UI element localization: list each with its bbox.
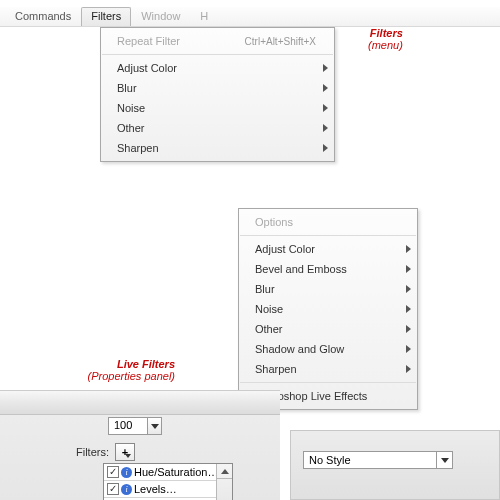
chevron-down-icon[interactable] [436,452,452,468]
filter-row-levels[interactable]: i Levels… [104,481,232,498]
menu-bar: Commands Filters Window H [0,7,500,27]
filter-row-hue[interactable]: i Hue/Saturation… [104,464,232,481]
live-blur[interactable]: Blur [239,279,417,299]
menu-help[interactable]: H [190,7,218,26]
opacity-input[interactable]: 100 [108,417,148,435]
filters-blur[interactable]: Blur [101,78,334,98]
filters-repeat-item: Repeat Filter Ctrl+Alt+Shift+X [101,31,334,51]
live-sharpen[interactable]: Sharpen [239,359,417,379]
style-value: No Style [309,454,351,466]
chevron-right-icon [323,144,328,152]
live-shadow[interactable]: Shadow and Glow [239,339,417,359]
filters-dropdown: Repeat Filter Ctrl+Alt+Shift+X Adjust Co… [100,27,335,162]
separator [240,382,416,383]
live-adjustcolor[interactable]: Adjust Color [239,239,417,259]
live-other[interactable]: Other [239,319,417,339]
chevron-right-icon [323,104,328,112]
chevron-right-icon [323,64,328,72]
chevron-right-icon [406,325,411,333]
chevron-right-icon [323,124,328,132]
chevron-right-icon [406,245,411,253]
style-dropdown[interactable]: No Style [303,451,453,469]
live-bevel[interactable]: Bevel and Emboss [239,259,417,279]
scroll-up-icon[interactable] [217,464,232,479]
separator [240,235,416,236]
info-icon[interactable]: i [121,467,132,478]
panel-header [0,390,280,415]
filters-adjustcolor[interactable]: Adjust Color [101,58,334,78]
chevron-right-icon [406,285,411,293]
filter-row-label: Levels… [134,483,177,495]
filter-list: i Hue/Saturation… i Levels… [103,463,233,500]
filters-noise[interactable]: Noise [101,98,334,118]
right-panel: No Style [290,430,500,500]
chevron-right-icon [406,365,411,373]
panel-body: 100 Filters: + i Hue/Saturation… i Level… [0,415,280,500]
menu-commands[interactable]: Commands [5,7,81,26]
live-options: Options [239,212,417,232]
live-noise[interactable]: Noise [239,299,417,319]
live-filters-dropdown: Options Adjust Color Bevel and Emboss Bl… [238,208,418,410]
chevron-right-icon [406,345,411,353]
menu-window[interactable]: Window [131,7,190,26]
filters-sharpen[interactable]: Sharpen [101,138,334,158]
scrollbar[interactable] [216,464,232,500]
filters-other[interactable]: Other [101,118,334,138]
separator [102,54,333,55]
opacity-dropdown-icon[interactable] [148,417,162,435]
chevron-right-icon [323,84,328,92]
filter-row-label: Hue/Saturation… [134,466,218,478]
info-icon[interactable]: i [121,484,132,495]
add-filter-button[interactable]: + [115,443,135,461]
chevron-right-icon [406,265,411,273]
filters-repeat-label: Repeat Filter [117,35,180,47]
annotation-filters: Filters (menu) [368,27,403,51]
annotation-live-filters: Live Filters (Properties panel) [55,358,175,382]
checkbox-icon[interactable] [107,483,119,495]
filters-label: Filters: [76,446,109,458]
opacity-field[interactable]: 100 [108,417,162,435]
filters-repeat-shortcut: Ctrl+Alt+Shift+X [215,36,316,47]
properties-panel: 100 Filters: + i Hue/Saturation… i Level… [0,390,280,500]
opacity-value: 100 [114,419,132,431]
checkbox-icon[interactable] [107,466,119,478]
chevron-right-icon [406,305,411,313]
menu-filters[interactable]: Filters [81,7,131,26]
